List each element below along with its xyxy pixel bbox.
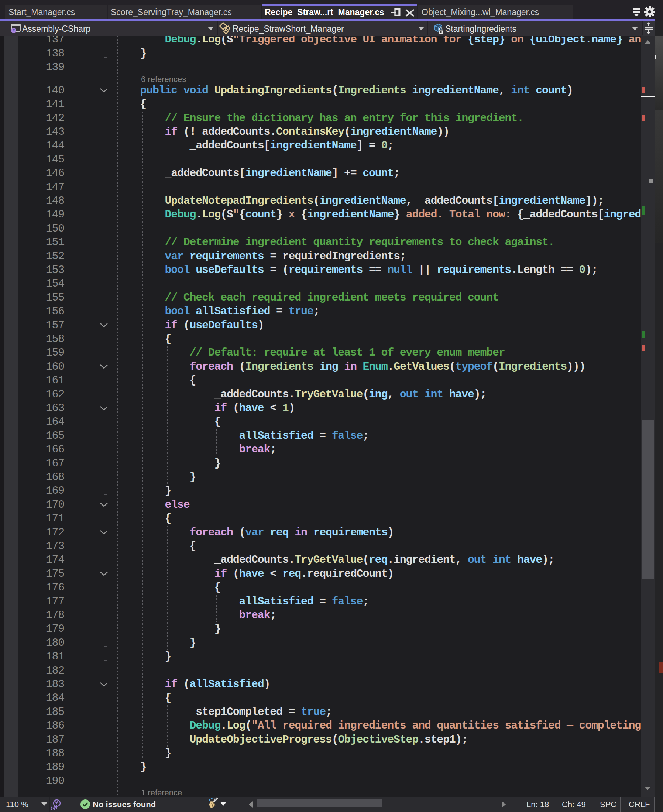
- svg-text:#: #: [13, 28, 15, 33]
